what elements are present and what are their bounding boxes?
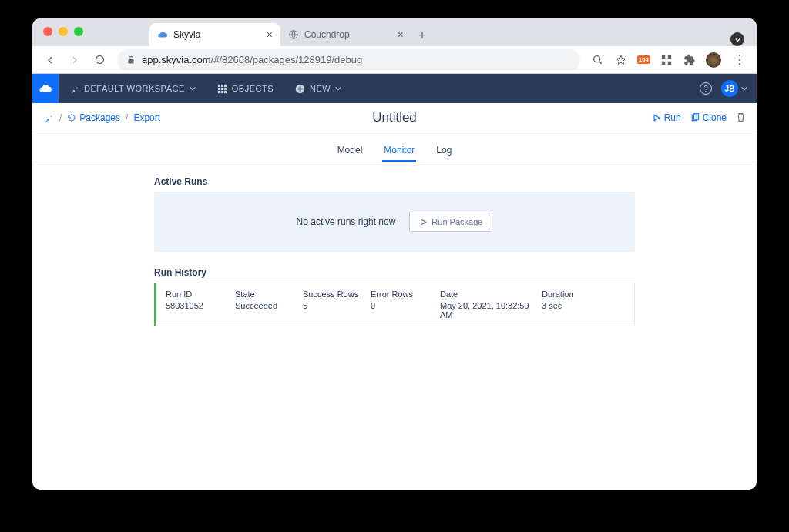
main-content: Active Runs No active runs right now Run… [32, 162, 757, 340]
zoom-icon[interactable] [591, 53, 605, 67]
active-runs-panel: No active runs right now Run Package [154, 192, 635, 252]
play-icon [652, 113, 661, 122]
user-menu-chevron[interactable] [741, 85, 747, 92]
history-row[interactable]: Run ID 58031052 State Succeeded Success … [154, 283, 635, 326]
close-tab-icon[interactable]: × [267, 29, 273, 40]
duration-value: 3 sec [542, 301, 603, 310]
svg-rect-11 [224, 87, 227, 89]
clone-button[interactable]: Clone [690, 112, 727, 123]
play-icon [419, 218, 428, 226]
active-runs-heading: Active Runs [154, 176, 635, 187]
extensions-icon[interactable] [683, 53, 697, 67]
window-controls [32, 18, 92, 36]
breadcrumb-separator: / [126, 112, 128, 123]
browser-tab-couchdrop[interactable]: Couchdrop × [280, 23, 411, 46]
success-rows-label: Success Rows [303, 289, 371, 299]
tab-title: Skyvia [173, 29, 261, 40]
page-actions: Run Clone [652, 112, 746, 123]
star-icon[interactable] [614, 53, 628, 67]
close-tab-icon[interactable]: × [398, 29, 404, 40]
app-logo[interactable] [32, 74, 59, 103]
plus-circle-icon [295, 84, 305, 94]
delete-button[interactable] [736, 112, 746, 122]
tab-model[interactable]: Model [336, 140, 364, 162]
url-input[interactable]: app.skyvia.com/#/82668/packages/128919/d… [117, 49, 580, 71]
svg-rect-7 [221, 84, 223, 86]
help-button[interactable]: ? [700, 82, 712, 95]
date-label: Date [440, 289, 542, 299]
breadcrumb-export[interactable]: Export [133, 112, 160, 123]
run-button[interactable]: Run [652, 112, 681, 123]
extension-badge[interactable]: 154 [637, 55, 650, 64]
new-label: NEW [310, 84, 331, 93]
svg-rect-3 [668, 55, 671, 58]
copy-icon [690, 113, 700, 122]
user-avatar[interactable]: JB [721, 80, 738, 97]
profile-avatar[interactable] [706, 52, 721, 68]
app-header: DEFAULT WORKSPACE OBJECTS NEW ? JB [32, 74, 757, 103]
svg-rect-12 [218, 90, 220, 92]
svg-rect-8 [224, 84, 227, 86]
success-rows-value: 5 [303, 301, 371, 310]
globe-icon [288, 29, 299, 40]
url-text: app.skyvia.com/#/82668/packages/128919/d… [142, 54, 362, 65]
back-button[interactable] [40, 50, 60, 70]
browser-tab-skyvia[interactable]: Skyvia × [149, 23, 280, 46]
close-window-button[interactable] [43, 27, 52, 36]
reload-button[interactable] [89, 50, 109, 70]
tab-title: Couchdrop [304, 29, 392, 40]
objects-label: OBJECTS [232, 84, 274, 93]
svg-rect-10 [221, 87, 223, 89]
svg-rect-4 [662, 61, 665, 64]
date-value: May 20, 2021, 10:32:59 AM [440, 301, 542, 320]
refresh-icon [67, 113, 76, 122]
workspace-dropdown[interactable]: DEFAULT WORKSPACE [59, 74, 206, 103]
svg-point-1 [593, 55, 599, 62]
page-title: Untitled [372, 110, 417, 125]
chevron-down-icon [335, 85, 341, 92]
cloud-icon [157, 29, 168, 40]
breadcrumb-packages[interactable]: Packages [67, 112, 120, 123]
chevron-down-icon [190, 85, 196, 92]
svg-rect-5 [668, 61, 671, 64]
forward-button[interactable] [65, 50, 85, 70]
run-history-heading: Run History [154, 267, 635, 278]
svg-rect-9 [218, 87, 220, 89]
minimize-window-button[interactable] [59, 27, 68, 36]
no-active-runs-text: No active runs right now [297, 216, 396, 227]
svg-rect-2 [662, 55, 665, 58]
browser-menu-button[interactable]: ⋮ [730, 52, 749, 67]
breadcrumb: / Packages / Export [43, 112, 160, 123]
breadcrumb-separator: / [59, 112, 62, 123]
tab-log[interactable]: Log [435, 140, 453, 162]
pin-icon [69, 84, 79, 94]
address-bar: app.skyvia.com/#/82668/packages/128919/d… [32, 46, 757, 74]
page-header: / Packages / Export Untitled Run Clone [32, 103, 757, 132]
error-rows-label: Error Rows [371, 289, 440, 299]
browser-window: Skyvia × Couchdrop × + [32, 18, 757, 490]
run-package-button[interactable]: Run Package [409, 212, 492, 232]
grid-icon[interactable] [660, 53, 673, 67]
new-tab-button[interactable]: + [411, 25, 433, 46]
grid-icon [217, 84, 227, 94]
state-value: Succeeded [235, 301, 303, 310]
lock-icon [126, 55, 136, 65]
pin-icon[interactable] [43, 112, 54, 123]
duration-label: Duration [542, 289, 603, 299]
error-rows-value: 0 [371, 301, 440, 310]
run-id-label: Run ID [166, 289, 235, 299]
tab-overflow-button[interactable] [730, 32, 744, 46]
tab-monitor[interactable]: Monitor [382, 140, 416, 162]
state-label: State [235, 289, 303, 299]
svg-rect-6 [218, 84, 220, 86]
content-tabs: Model Monitor Log [32, 132, 757, 162]
browser-tab-strip: Skyvia × Couchdrop × + [32, 18, 757, 46]
run-id-value: 58031052 [166, 301, 235, 310]
workspace-label: DEFAULT WORKSPACE [84, 84, 185, 93]
svg-rect-13 [221, 90, 223, 92]
svg-rect-14 [224, 90, 227, 92]
maximize-window-button[interactable] [74, 27, 83, 36]
new-button[interactable]: NEW [284, 74, 352, 103]
objects-button[interactable]: OBJECTS [206, 74, 284, 103]
